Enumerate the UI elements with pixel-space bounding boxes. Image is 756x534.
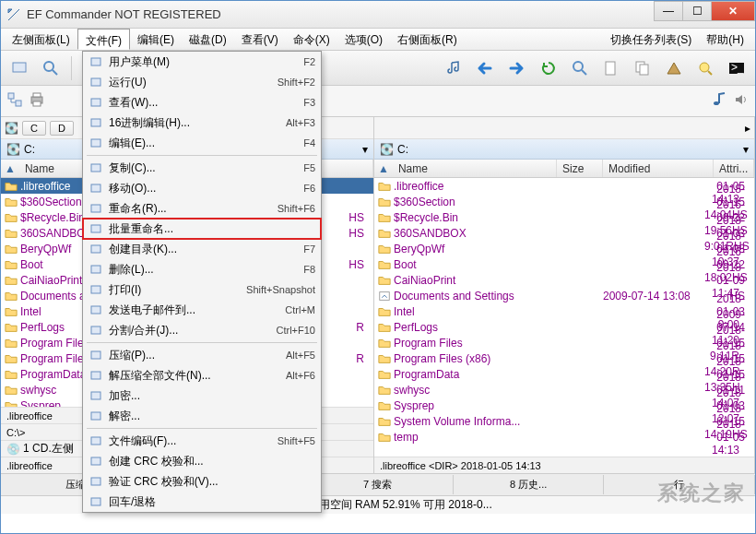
file-row[interactable]: $360Section2018-01-15 14:04HS	[374, 194, 754, 209]
file-row[interactable]: .libreoffice2018-01-05 14:13	[374, 178, 754, 194]
file-row[interactable]: Documents and Settings2009-07-14 13:08HS	[374, 288, 754, 303]
menu-编辑(E)[interactable]: 编辑(E)	[130, 29, 182, 50]
menu-item-play-icon[interactable]: 运行(U)Shift+F2	[83, 72, 321, 92]
sort-arrow-icon[interactable]: ▲	[1, 162, 19, 175]
menu-item-move-icon[interactable]: 移动(O)...F6	[83, 178, 321, 198]
menu-item-encrypt-icon[interactable]: 加密...	[83, 386, 321, 406]
svg-rect-7	[640, 65, 648, 75]
menu-文件(F)[interactable]: 文件(F)	[77, 29, 130, 50]
terminal-icon[interactable]: >_	[724, 55, 750, 81]
file-row[interactable]: System Volume Informa...2018-01-15 14:19…	[374, 413, 754, 429]
menu-帮助(H)[interactable]: 帮助(H)	[699, 29, 751, 50]
copy-toolbar-icon[interactable]	[630, 55, 656, 81]
dropdown-arrow-icon[interactable]: ▾	[362, 143, 368, 156]
search-toolbar-icon[interactable]	[567, 55, 593, 81]
fn-button[interactable]: 8 历史...	[454, 475, 605, 494]
menu-item-label: 打印(I)	[109, 282, 246, 298]
forward-arrow-icon[interactable]	[504, 55, 530, 81]
file-row[interactable]: PerfLogs2009-07-14 11:20	[374, 319, 754, 335]
file-row[interactable]: 360SANDBOX2018-01-03 9:01RHS	[374, 225, 754, 241]
menu-右侧面板(R)[interactable]: 右侧面板(R)	[390, 29, 465, 50]
file-row[interactable]: Program Files (x86)2018-01-15 14:20R	[374, 350, 754, 366]
close-button[interactable]: ✕	[711, 1, 755, 21]
menu-切换任务列表(S)[interactable]: 切换任务列表(S)	[603, 29, 699, 50]
minimize-button[interactable]: —	[654, 1, 683, 21]
svg-rect-32	[91, 326, 100, 334]
back-arrow-icon[interactable]	[473, 55, 499, 81]
svg-rect-0	[13, 63, 26, 72]
maximize-button[interactable]: ☐	[682, 1, 712, 21]
file-row[interactable]: ProgramData2018-01-15 13:35H	[374, 366, 754, 382]
menu-查看(V)[interactable]: 查看(V)	[234, 29, 286, 50]
folder-icon	[378, 180, 391, 193]
printer-icon[interactable]	[29, 91, 45, 111]
folder-icon	[378, 415, 391, 428]
menu-item-split-icon[interactable]: 分割/合并(J)...Ctrl+F10	[83, 320, 321, 340]
dropdown-arrow-icon[interactable]: ▾	[743, 143, 749, 156]
file-row[interactable]: BeryQpWf2018-01-08 10:37	[374, 241, 754, 256]
menu-item-mail-icon[interactable]: 发送电子邮件到...Ctrl+M	[83, 300, 321, 320]
menu-磁盘(D)[interactable]: 磁盘(D)	[182, 29, 234, 50]
menu-item-encoding-icon[interactable]: 文件编码(F)...Shift+F5	[83, 431, 321, 451]
col-name[interactable]: Name	[393, 160, 557, 177]
menu-item-batch-rename-icon[interactable]: 批量重命名...	[83, 219, 321, 239]
right-file-list[interactable]: .libreoffice2018-01-05 14:13$360Section2…	[374, 178, 754, 457]
col-size[interactable]: Size	[557, 160, 603, 177]
col-attr[interactable]: Attri...	[714, 160, 754, 177]
file-row[interactable]: swhysc2018-01-11 14:07	[374, 382, 754, 398]
menu-item-shortcut: Shift+F2	[278, 77, 315, 88]
search-icon	[87, 95, 105, 110]
menu-item-back-icon[interactable]: 回车/退格	[83, 492, 321, 512]
menu-选项(O)[interactable]: 选项(O)	[337, 29, 390, 50]
menu-左侧面板(L)[interactable]: 左侧面板(L)	[5, 29, 77, 50]
file-attr: HS	[333, 211, 370, 224]
refresh-icon[interactable]	[6, 55, 32, 81]
menu-item-search-icon[interactable]: 查看(W)...F3	[83, 92, 321, 113]
back-icon	[87, 494, 105, 509]
pyramid-icon[interactable]	[661, 55, 687, 81]
menu-item-extract-icon[interactable]: 解压缩全部文件(N)...Alt+F6	[83, 365, 321, 386]
file-row[interactable]: CaiNiaoPrint2018-01-09 11:47	[374, 272, 754, 288]
reload-icon[interactable]	[536, 55, 561, 81]
find-icon[interactable]	[692, 55, 718, 81]
sort-arrow-icon[interactable]: ▲	[374, 162, 393, 175]
file-row[interactable]: Sysprep2018-01-03 12:07	[374, 398, 754, 413]
file-row[interactable]: temp2018-01-05 14:13	[374, 429, 754, 445]
file-row[interactable]: Intel2018-01-03 9:00	[374, 303, 754, 319]
music-icon[interactable]	[442, 55, 467, 81]
menu-item-user-icon[interactable]: 用户菜单(M)F2	[83, 52, 321, 72]
search-icon[interactable]	[38, 55, 64, 81]
file-row[interactable]: $Recycle.Bin2016-09-22 19:56HS	[374, 209, 754, 225]
fn-button[interactable]: 7 搜索	[302, 475, 454, 494]
file-row[interactable]: Boot2016-09-22 18:02HS	[374, 256, 754, 272]
menu-item-label: 重命名(R)...	[109, 201, 278, 217]
drive-c-button[interactable]: C	[22, 121, 46, 136]
menu-item-decrypt-icon[interactable]: 解密...	[83, 406, 321, 426]
menu-item-label: 创建目录(K)...	[109, 242, 303, 257]
menu-item-rename-icon[interactable]: 重命名(R)...Shift+F6	[83, 198, 321, 219]
speaker-icon[interactable]	[733, 91, 750, 111]
menu-item-copy-icon[interactable]: 复制(C)...F5	[83, 158, 321, 178]
menu-item-crc-icon[interactable]: 创建 CRC 校验和...	[83, 451, 321, 471]
col-modified[interactable]: Modified	[603, 160, 714, 177]
note-icon[interactable]	[711, 91, 727, 111]
menu-命令(X)[interactable]: 命令(X)	[286, 29, 337, 50]
menu-item-hex-icon[interactable]: 16进制编辑(H)...Alt+F3	[83, 113, 321, 133]
menu-item-edit-icon[interactable]: 编辑(E)...F4	[83, 133, 321, 153]
fn-button[interactable]: 行	[604, 475, 755, 494]
page-icon[interactable]	[598, 55, 624, 81]
right-path-bar[interactable]: 💽 C: ▾	[374, 139, 754, 160]
menu-item-label: 16进制编辑(H)...	[109, 115, 286, 131]
tree-icon[interactable]	[6, 91, 23, 111]
menu-item-print-icon[interactable]: 打印(I)Shift+Snapshot	[83, 279, 321, 300]
menu-item-newfolder-icon[interactable]: 创建目录(K)...F7	[83, 239, 321, 259]
close-tab-icon[interactable]: ▸	[745, 122, 750, 135]
file-row[interactable]: Program Files2018-01-15 9:11R	[374, 335, 754, 350]
menu-item-shortcut: F8	[303, 264, 315, 275]
menu-item-shortcut: Ctrl+M	[285, 304, 315, 315]
menu-item-compress-icon[interactable]: 压缩(P)...Alt+F5	[83, 345, 321, 365]
svg-text:>_: >_	[731, 61, 744, 74]
menu-item-crc-verify-icon[interactable]: 验证 CRC 校验和(V)...	[83, 471, 321, 492]
drive-d-button[interactable]: D	[50, 121, 74, 136]
menu-item-delete-icon[interactable]: 删除(L)...F8	[83, 259, 321, 279]
